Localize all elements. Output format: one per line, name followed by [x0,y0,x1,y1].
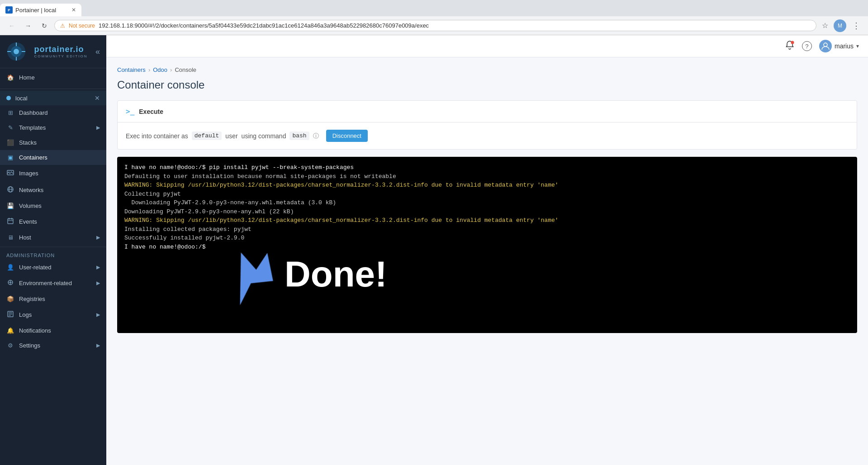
sidebar-item-notifications[interactable]: 🔔 Notifications [0,323,106,338]
profile-button[interactable]: M [834,19,846,32]
sidebar-registries-label: Registries [19,296,45,302]
reload-button[interactable]: ↻ [38,19,51,32]
env-name: local [15,95,28,102]
environment-related-icon [6,279,14,287]
notifications-icon: 🔔 [6,327,14,334]
settings-chevron-icon: ▶ [96,343,100,348]
sidebar-item-containers[interactable]: ▣ Containers [0,150,106,165]
svg-point-17 [9,282,11,283]
templates-icon: ✎ [6,124,14,131]
back-button[interactable]: ← [5,19,18,32]
sidebar-item-home[interactable]: 🏠 Home [0,70,106,85]
logs-icon [6,310,14,319]
sidebar-item-volumes[interactable]: 💾 Volumes [0,198,106,213]
exec-info-icon[interactable]: ⓘ [313,132,319,140]
address-bar[interactable]: ⚠ Not secure 192.168.1.18:9000/#!/2/dock… [54,20,816,31]
sidebar-item-environment-related[interactable]: Environment-related ▶ [0,275,106,291]
notification-bell-icon[interactable] [785,40,795,52]
dashboard-icon: ⊞ [6,109,14,116]
images-icon [6,169,14,178]
sidebar-containers-label: Containers [19,154,47,161]
tab-favicon: P [5,6,13,14]
terminal-line: I have no name!@odoo:/$ [124,243,850,252]
bookmark-button[interactable]: ☆ [820,19,830,32]
main-content: ? marius ▾ Containers › Odoo › Console C… [106,35,868,465]
svg-rect-12 [8,219,13,224]
logo-brand: portainer.io [34,45,88,54]
browser-tab-active[interactable]: P Portainer | local ✕ [0,4,81,16]
terminal-line: WARNING: Skipping /usr/lib/python3.12/di… [124,181,850,190]
sidebar-item-events[interactable]: Events [0,213,106,230]
sidebar-home-label: Home [19,74,35,81]
breadcrumb: Containers › Odoo › Console [117,66,857,73]
sidebar-item-host[interactable]: 🖥 Host ▶ [0,230,106,245]
sidebar: portainer.io COMMUNITY EDITION « 🏠 Home … [0,35,106,465]
sidebar-item-templates[interactable]: ✎ Templates ▶ [0,120,106,135]
sidebar-collapse-button[interactable]: « [95,47,100,56]
forward-button[interactable]: → [22,19,34,32]
portainer-logo-icon [6,42,26,61]
sidebar-item-dashboard[interactable]: ⊞ Dashboard [0,105,106,120]
user-avatar [819,40,832,52]
execute-card-body: Exec into container as default user usin… [118,122,857,149]
user-related-chevron-icon: ▶ [96,264,100,270]
sidebar-item-logs[interactable]: Logs ▶ [0,306,106,323]
sidebar-item-settings[interactable]: ⚙ Settings ▶ [0,338,106,353]
env-status-dot [6,96,11,100]
volumes-icon: 💾 [6,202,14,209]
disconnect-button[interactable]: Disconnect [326,130,368,142]
stacks-icon: ⬛ [6,139,14,146]
svg-marker-24 [218,243,280,305]
username-label: marius [835,42,854,50]
exec-user-label: user [225,132,237,140]
sidebar-logo: portainer.io COMMUNITY EDITION « [0,35,106,68]
done-text-label: Done! [285,247,387,301]
sidebar-volumes-label: Volumes [19,202,42,209]
menu-button[interactable]: ⋮ [850,19,863,32]
done-overlay: Done! [217,243,387,306]
host-icon: 🖥 [6,234,14,241]
browser-toolbar: ← → ↻ ⚠ Not secure 192.168.1.18:9000/#!/… [0,16,868,35]
env-close-button[interactable]: ✕ [95,94,100,102]
environment-related-chevron-icon: ▶ [96,280,100,286]
sidebar-item-user-related[interactable]: 👤 User-related ▶ [0,260,106,275]
breadcrumb-odoo[interactable]: Odoo [153,66,167,73]
exec-command-value: bash [289,132,309,140]
tab-close-button[interactable]: ✕ [71,7,76,13]
execute-prompt-icon: >_ [126,107,134,116]
svg-point-22 [791,41,794,44]
sidebar-divider-1 [0,89,106,89]
terminal-line: I have no name!@odoo:/$ pip install pyjw… [124,163,850,172]
sidebar-templates-label: Templates [19,124,46,131]
address-url: 192.168.1.18:9000/#!/2/docker/containers… [99,22,429,29]
breadcrumb-containers[interactable]: Containers [117,66,146,73]
exec-row: Exec into container as default user usin… [126,130,849,142]
app-container: portainer.io COMMUNITY EDITION « 🏠 Home … [0,35,868,465]
terminal-output[interactable]: I have no name!@odoo:/$ pip install pyjw… [117,157,857,333]
browser-tabs: P Portainer | local ✕ [0,0,868,16]
execute-card-title: Execute [139,108,163,115]
logo-edition: COMMUNITY EDITION [34,54,88,58]
sidebar-item-networks[interactable]: Networks [0,182,106,198]
terminal-line: Installing collected packages: pyjwt [124,225,850,234]
terminal-line: Downloading PyJWT-2.9.0-py3-none-any.whl… [124,207,850,216]
exec-user-value: default [192,132,222,140]
registries-icon: 📦 [6,296,14,302]
sidebar-item-images[interactable]: Images [0,165,106,182]
sidebar-item-stacks[interactable]: ⬛ Stacks [0,135,106,150]
sidebar-environment-related-label: Environment-related [19,280,72,287]
svg-point-2 [14,49,19,54]
browser-chrome: P Portainer | local ✕ ← → ↻ ⚠ Not secure… [0,0,868,35]
host-chevron-icon: ▶ [96,235,100,240]
help-icon[interactable]: ? [802,41,812,51]
sidebar-env-header[interactable]: local ✕ [0,91,106,105]
logs-chevron-icon: ▶ [96,312,100,318]
breadcrumb-sep-2: › [170,66,172,73]
user-menu[interactable]: marius ▾ [819,40,859,52]
sidebar-divider-2 [0,247,106,247]
terminal-line: Defaulting to user installation because … [124,172,850,181]
not-secure-icon: ⚠ [60,23,65,29]
execute-card-header: >_ Execute [118,101,857,122]
user-menu-chevron-icon: ▾ [856,43,859,49]
sidebar-item-registries[interactable]: 📦 Registries [0,291,106,306]
